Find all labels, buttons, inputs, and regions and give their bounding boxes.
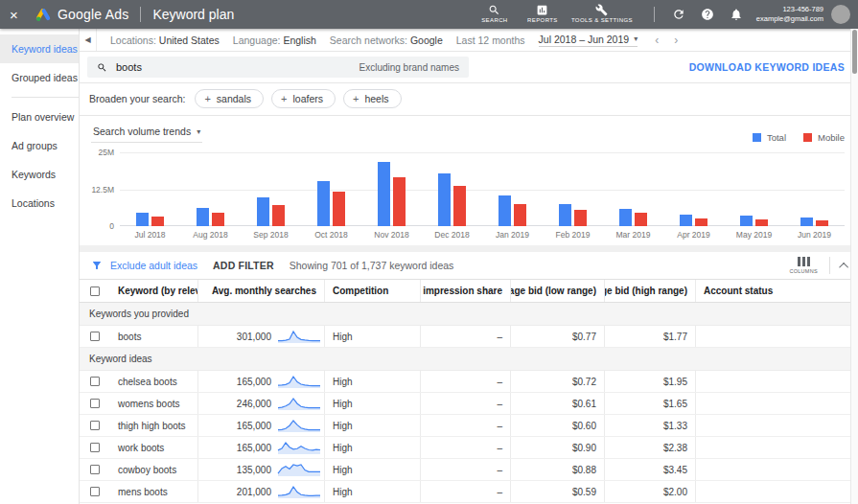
- reports-nav-button[interactable]: REPORTS: [523, 4, 562, 24]
- collapse-table-icon[interactable]: [839, 262, 848, 271]
- row-checkbox[interactable]: [90, 332, 100, 341]
- competition-cell: High: [324, 459, 420, 480]
- column-header-2[interactable]: Competition: [324, 280, 420, 302]
- brand-exclusion-label: Excluding brand names: [359, 62, 459, 73]
- sidebar-item-keywords[interactable]: Keywords: [0, 160, 79, 189]
- chart-bar-group: [724, 152, 784, 226]
- row-checkbox[interactable]: [90, 399, 100, 408]
- search-trend-sparkline: [277, 462, 321, 477]
- date-prev-icon[interactable]: ‹: [655, 34, 659, 46]
- keyword-cell[interactable]: thigh high boots: [110, 415, 197, 436]
- toolbar-divider: [829, 257, 830, 274]
- table-body: Keywords you providedboots301,000High–$0…: [80, 303, 858, 503]
- keyword-ideas-table: Exclude adult ideas ADD FILTER Showing 7…: [80, 252, 858, 504]
- date-next-icon[interactable]: ›: [674, 34, 678, 46]
- top-bid-low-cell: $0.59: [510, 481, 604, 502]
- avg-monthly-searches-cell: 246,000: [197, 393, 324, 414]
- keyword-cell[interactable]: work boots: [110, 437, 197, 458]
- row-checkbox[interactable]: [90, 487, 100, 496]
- vertical-scrollbar[interactable]: [850, 29, 858, 504]
- setting-label: Language:: [233, 34, 284, 46]
- row-checkbox-cell: [80, 459, 110, 480]
- row-checkbox[interactable]: [90, 465, 100, 474]
- chevron-down-icon: ▾: [634, 34, 638, 43]
- tools-settings-nav-button[interactable]: TOOLS & SETTINGS: [571, 4, 633, 24]
- setting-value: English: [283, 34, 315, 46]
- chart-metric-select[interactable]: Search volume trends ▾: [91, 124, 202, 143]
- search-nav-label: SEARCH: [481, 17, 507, 24]
- avatar[interactable]: [831, 5, 850, 24]
- x-tick-label: Oct 2018: [301, 230, 361, 240]
- plus-icon: +: [281, 94, 287, 104]
- search-trend-sparkline: [277, 440, 321, 455]
- ad-impression-share-cell: –: [420, 437, 510, 458]
- broaden-search-row: Broaden your search: +sandals+loafers+he…: [80, 83, 858, 116]
- account-info[interactable]: 123-456-789 example@gmail.com: [756, 5, 823, 24]
- bar-mobile: [393, 177, 406, 226]
- keyword-search-input[interactable]: boots Excluding brand names: [87, 57, 469, 78]
- setting-searchnetworks[interactable]: Search networks: Google: [330, 34, 443, 46]
- search-icon: [488, 4, 500, 16]
- download-keyword-ideas-button[interactable]: DOWNLOAD KEYWORD IDEAS: [689, 61, 845, 73]
- broaden-chip-loafers[interactable]: +loafers: [271, 89, 336, 108]
- top-bid-low-cell: $0.77: [510, 326, 604, 347]
- add-filter-button[interactable]: ADD FILTER: [213, 260, 274, 271]
- column-header-0[interactable]: Keyword (by relevance)↓: [110, 280, 197, 302]
- column-header-4[interactable]: Top of page bid (low range): [510, 280, 604, 302]
- setting-language[interactable]: Language: English: [233, 34, 316, 46]
- setting-value: United States: [159, 34, 220, 46]
- keyword-cell[interactable]: mens boots: [110, 481, 197, 502]
- search-trend-sparkline: [277, 329, 321, 344]
- row-checkbox[interactable]: [90, 443, 100, 452]
- table-row: mens boots201,000High–$0.59$2.00: [80, 481, 858, 503]
- help-icon[interactable]: [701, 8, 714, 21]
- keyword-cell[interactable]: boots: [110, 326, 197, 347]
- select-all-checkbox[interactable]: [90, 286, 100, 296]
- account-status-cell: [695, 393, 858, 414]
- tools-settings-nav-label: TOOLS & SETTINGS: [571, 17, 633, 24]
- sidebar-item-ad-groups[interactable]: Ad groups: [0, 131, 79, 160]
- column-header-6[interactable]: Account status: [695, 280, 858, 302]
- keyword-cell[interactable]: chelsea boots: [110, 371, 197, 392]
- sidebar-item-plan-overview[interactable]: Plan overview: [0, 103, 79, 131]
- top-bid-high-cell: $2.00: [604, 481, 695, 502]
- broaden-chip-sandals[interactable]: +sandals: [195, 89, 264, 108]
- bar-total: [499, 195, 511, 226]
- refresh-icon[interactable]: [672, 8, 685, 21]
- x-tick-label: Jan 2019: [482, 230, 543, 240]
- row-checkbox[interactable]: [90, 421, 100, 430]
- broaden-chip-heels[interactable]: +heels: [343, 89, 402, 108]
- avg-monthly-searches-value: 135,000: [198, 465, 271, 475]
- setting-locations[interactable]: Locations: United States: [110, 34, 220, 46]
- top-bid-low-cell: $0.61: [510, 393, 604, 414]
- keyword-cell[interactable]: cowboy boots: [110, 459, 197, 480]
- top-bid-low-cell: $0.60: [510, 415, 604, 436]
- close-icon[interactable]: ×: [10, 7, 27, 23]
- column-header-5[interactable]: Top of page bid (high range): [604, 280, 695, 302]
- sidebar-item-locations[interactable]: Locations: [0, 189, 79, 218]
- date-range-select[interactable]: Jul 2018 – Jun 2019 ▾: [539, 34, 638, 47]
- bar-mobile: [816, 220, 828, 226]
- exclude-adult-ideas-filter[interactable]: Exclude adult ideas: [110, 260, 197, 271]
- row-checkbox[interactable]: [90, 377, 100, 386]
- keyword-cell[interactable]: womens boots: [110, 393, 197, 414]
- notifications-bell-icon[interactable]: [730, 8, 743, 21]
- column-header-1[interactable]: Avg. monthly searches: [197, 280, 324, 302]
- row-checkbox-cell: [80, 481, 110, 502]
- sidebar-item-keyword-ideas[interactable]: Keyword ideas: [0, 34, 79, 63]
- column-header-3[interactable]: Ad impression share: [420, 280, 510, 302]
- x-tick-label: Sep 2018: [241, 230, 301, 240]
- search-nav-button[interactable]: SEARCH: [475, 4, 514, 24]
- account-status-cell: [695, 371, 858, 392]
- competition-cell: High: [324, 371, 420, 392]
- columns-button[interactable]: COLUMNS: [789, 257, 818, 274]
- competition-cell: High: [324, 415, 420, 436]
- chip-label: loafers: [292, 93, 323, 104]
- sidebar-item-grouped-ideas[interactable]: Grouped ideas: [0, 63, 79, 92]
- collapse-panel-icon[interactable]: ◀: [80, 29, 97, 51]
- top-bid-high-cell: $1.77: [604, 326, 695, 347]
- x-tick-label: Apr 2019: [663, 230, 724, 240]
- table-header-row: Keyword (by relevance)↓Avg. monthly sear…: [80, 279, 858, 303]
- chart-bar-group: [422, 152, 482, 226]
- scrollbar-thumb[interactable]: [852, 30, 857, 74]
